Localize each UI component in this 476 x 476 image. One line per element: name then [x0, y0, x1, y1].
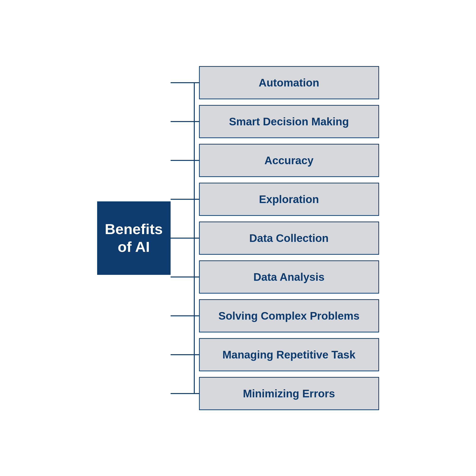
branches-container: AutomationSmart Decision MakingAccuracyE… [170, 66, 379, 410]
branch-row: Solving Complex Problems [170, 299, 379, 332]
branch-row: Data Analysis [170, 260, 379, 294]
branch-box-3: Exploration [199, 183, 379, 216]
branch-box-8: Minimizing Errors [199, 377, 379, 410]
branch-line [170, 315, 199, 316]
branch-row: Data Collection [170, 221, 379, 255]
branch-line [170, 354, 199, 355]
branch-row: Smart Decision Making [170, 105, 379, 138]
branch-line [170, 160, 199, 161]
branch-row: Minimizing Errors [170, 377, 379, 410]
branch-line [170, 121, 199, 122]
branch-line [170, 276, 199, 277]
branch-row: Exploration [170, 183, 379, 216]
branch-line [170, 393, 199, 394]
branch-row: Accuracy [170, 144, 379, 177]
branch-box-1: Smart Decision Making [199, 105, 379, 138]
branch-line [170, 199, 199, 200]
branch-box-6: Solving Complex Problems [199, 299, 379, 332]
diagram-container: Benefits of AI AutomationSmart Decision … [25, 66, 451, 410]
branch-box-7: Managing Repetitive Task [199, 338, 379, 371]
branch-line [170, 82, 199, 83]
branch-box-4: Data Collection [199, 221, 379, 255]
branch-row: Automation [170, 66, 379, 99]
main-box: Benefits of AI [97, 201, 170, 275]
branch-line [170, 238, 199, 238]
branch-row: Managing Repetitive Task [170, 338, 379, 371]
branch-box-2: Accuracy [199, 144, 379, 177]
branch-box-0: Automation [199, 66, 379, 99]
branch-box-5: Data Analysis [199, 260, 379, 294]
main-label: Benefits of AI [97, 220, 170, 256]
